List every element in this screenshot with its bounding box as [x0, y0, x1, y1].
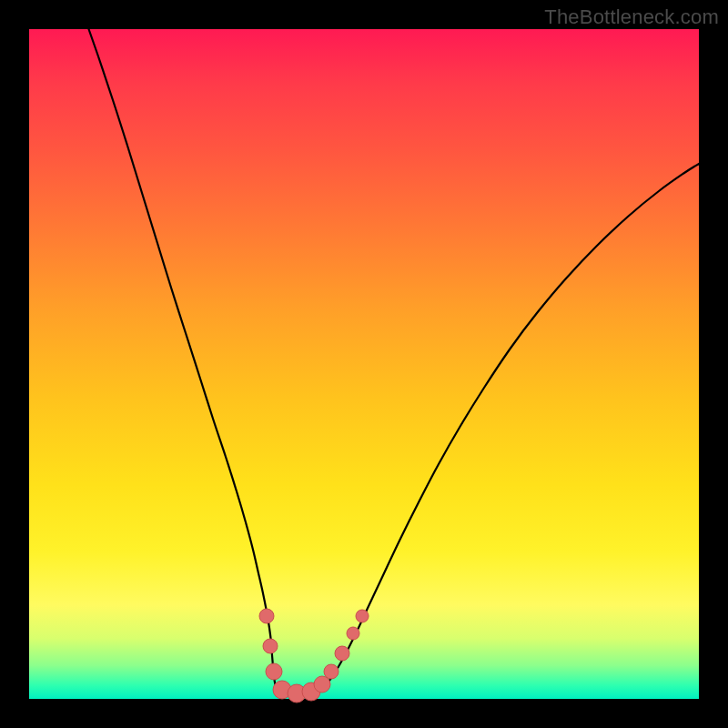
- curve-left: [86, 20, 286, 693]
- watermark-text: TheBottleneck.com: [544, 5, 719, 29]
- chart-svg: [29, 29, 699, 699]
- data-dot: [259, 609, 274, 623]
- data-dot: [266, 663, 282, 680]
- data-dot: [263, 639, 278, 653]
- chart-frame: TheBottleneck.com: [0, 0, 728, 728]
- data-dot: [347, 627, 359, 640]
- dot-group: [259, 609, 369, 703]
- data-dot: [324, 664, 339, 679]
- curve-right: [313, 164, 699, 693]
- plot-area: [29, 29, 699, 699]
- data-dot: [335, 646, 349, 661]
- data-dot: [314, 676, 330, 693]
- data-dot: [356, 610, 369, 622]
